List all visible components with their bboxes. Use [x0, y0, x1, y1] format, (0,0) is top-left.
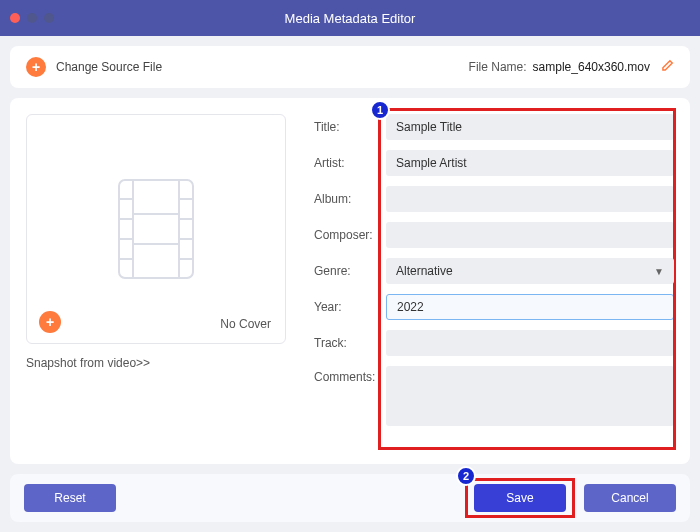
- file-name-value: sample_640x360.mov: [533, 60, 650, 74]
- comments-textarea[interactable]: [386, 366, 674, 426]
- title-row: Title:: [314, 114, 674, 140]
- traffic-lights: [10, 13, 54, 23]
- snapshot-from-video-link[interactable]: Snapshot from video>>: [26, 356, 286, 370]
- reset-button[interactable]: Reset: [24, 484, 116, 512]
- no-cover-label: No Cover: [220, 317, 271, 331]
- cancel-button[interactable]: Cancel: [584, 484, 676, 512]
- title-bar: Media Metadata Editor: [0, 0, 700, 36]
- file-name-label: File Name:: [469, 60, 527, 74]
- comments-label: Comments:: [314, 366, 386, 384]
- maximize-window-button: [44, 13, 54, 23]
- annotation-badge-2: 2: [456, 466, 476, 486]
- save-button[interactable]: Save: [474, 484, 566, 512]
- plus-icon[interactable]: +: [26, 57, 46, 77]
- edit-filename-icon[interactable]: [660, 59, 674, 76]
- album-label: Album:: [314, 192, 386, 206]
- genre-label: Genre:: [314, 264, 386, 278]
- title-label: Title:: [314, 120, 386, 134]
- year-label: Year:: [314, 300, 386, 314]
- cover-art-box: + No Cover: [26, 114, 286, 344]
- track-row: Track:: [314, 330, 674, 356]
- change-source-file-button[interactable]: Change Source File: [56, 60, 162, 74]
- film-strip-icon: [37, 125, 275, 333]
- composer-label: Composer:: [314, 228, 386, 242]
- footer-bar: Reset 2 Save Cancel: [10, 474, 690, 522]
- track-input[interactable]: [386, 330, 674, 356]
- title-input[interactable]: [386, 114, 674, 140]
- artist-row: Artist:: [314, 150, 674, 176]
- album-row: Album:: [314, 186, 674, 212]
- main-panel: + No Cover Snapshot from video>> 1 Title…: [10, 98, 690, 464]
- year-input[interactable]: [386, 294, 674, 320]
- genre-row: Genre: ▼: [314, 258, 674, 284]
- window-title: Media Metadata Editor: [0, 11, 700, 26]
- svg-rect-0: [119, 180, 193, 278]
- file-info-bar: + Change Source File File Name: sample_6…: [10, 46, 690, 88]
- artist-label: Artist:: [314, 156, 386, 170]
- cover-pane: + No Cover Snapshot from video>>: [26, 114, 286, 448]
- composer-row: Composer:: [314, 222, 674, 248]
- svg-rect-1: [133, 180, 179, 278]
- artist-input[interactable]: [386, 150, 674, 176]
- year-row: Year:: [314, 294, 674, 320]
- content-area: + Change Source File File Name: sample_6…: [0, 36, 700, 532]
- metadata-form: 1 Title: Artist: Album: Composer: Genre:: [314, 114, 674, 448]
- close-window-button[interactable]: [10, 13, 20, 23]
- genre-select[interactable]: [386, 258, 674, 284]
- add-cover-button[interactable]: +: [39, 311, 61, 333]
- comments-row: Comments:: [314, 366, 674, 426]
- track-label: Track:: [314, 336, 386, 350]
- composer-input[interactable]: [386, 222, 674, 248]
- album-input[interactable]: [386, 186, 674, 212]
- minimize-window-button: [27, 13, 37, 23]
